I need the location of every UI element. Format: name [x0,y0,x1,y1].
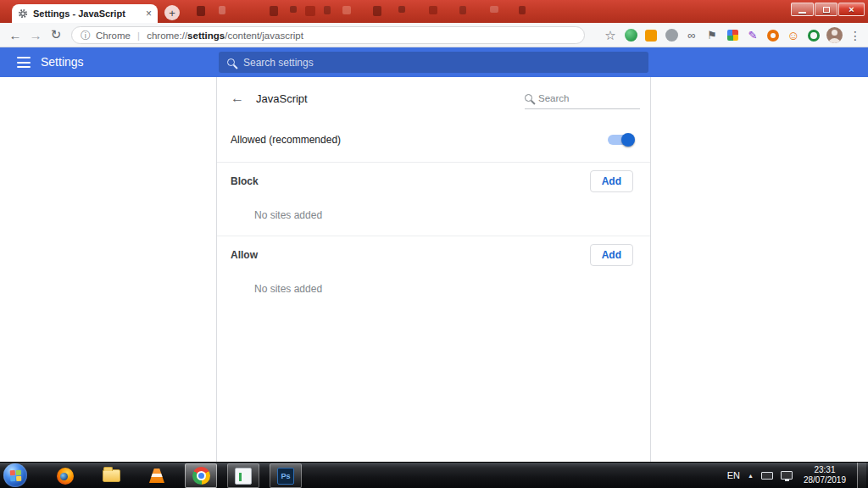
url-path: /content/javascript [225,30,303,41]
block-section-row: Block Add [217,163,650,200]
taskbar-explorer[interactable] [95,463,127,488]
allow-section-row: Allow Add [217,236,650,274]
tab-title: Settings - JavaScript [33,8,141,19]
minimize-button[interactable] [791,3,814,16]
tab-close-icon[interactable]: × [146,8,152,19]
page-info-icon[interactable]: ⓘ [81,30,91,41]
chart-app-icon [235,468,252,485]
taskbar-firefox[interactable] [49,463,81,488]
new-tab-button[interactable]: + [164,5,180,20]
donut-shape [767,30,779,42]
browser-toolbar: ← → ↻ ⓘ Chrome | chrome://settings/conte… [0,23,868,47]
bookmark-star-icon[interactable]: ☆ [603,28,618,43]
hamburger-line [17,62,31,64]
search-icon [227,58,235,66]
extension-color-grid-icon[interactable] [725,28,740,43]
clock[interactable]: 23:31 28/07/2019 [804,465,846,486]
allow-section-label: Allow [231,249,258,261]
taskbar-chart-app[interactable] [227,463,259,488]
allow-add-button[interactable]: Add [590,244,633,266]
gray-circle-shape [665,29,678,42]
extension-smiley-icon[interactable]: ☺ [786,28,801,43]
toggle-label: Allowed (recommended) [231,134,341,146]
site-search-input[interactable] [538,93,640,103]
window-controls: × [791,3,865,16]
photoshop-icon: Ps [277,468,294,485]
javascript-settings-card: ← JavaScript Allowed (recommended) Block… [216,77,651,462]
reload-icon[interactable]: ↻ [46,25,66,45]
firefox-icon [57,468,74,485]
settings-header: Settings [0,47,868,77]
close-button[interactable]: × [838,3,865,16]
settings-title: Settings [41,55,84,69]
wallpaper-artifact [305,6,315,16]
extension-donut-icon[interactable] [765,28,781,43]
url-separator: | [137,30,140,41]
settings-gear-icon [18,8,28,19]
minimize-icon [798,12,806,14]
forward-icon[interactable]: → [25,25,46,45]
green-ring-shape [808,30,820,42]
search-icon [525,94,532,102]
chart-bars [239,473,242,481]
browser-tab[interactable]: Settings - JavaScript × [12,4,158,23]
system-tray: EN ▲ 23:31 28/07/2019 [727,463,868,488]
globe-shape [625,29,637,42]
wallpaper-artifact [290,6,297,13]
page-title: JavaScript [256,92,525,105]
wallpaper-artifact [398,6,405,13]
taskbar-vlc[interactable] [141,463,173,488]
extension-globe-icon[interactable] [623,28,638,43]
taskbar-photoshop[interactable]: Ps [270,463,302,488]
taskbar-chrome[interactable] [185,463,217,488]
url-text: Chrome | chrome://settings/content/javas… [96,30,303,41]
start-button[interactable] [3,463,27,487]
hamburger-line [17,57,31,58]
wallpaper-artifact [197,6,205,16]
windows-logo-icon [9,469,21,481]
url-host: settings [187,30,225,41]
extension-flag-icon[interactable]: ⚑ [704,28,720,43]
folder-icon [103,469,120,482]
wallpaper-artifact [490,6,498,13]
show-desktop-button[interactable] [857,463,866,488]
clock-date: 28/07/2019 [804,475,846,486]
allow-empty-text: No sites added [217,274,650,304]
block-empty-text: No sites added [217,200,650,230]
network-tray-icon[interactable] [781,471,793,480]
profile-avatar[interactable] [826,27,843,43]
address-bar[interactable]: ⓘ Chrome | chrome://settings/content/jav… [71,26,585,44]
orange-square-shape [645,30,657,42]
url-scheme: chrome:// [147,30,187,41]
javascript-toggle[interactable] [608,135,633,145]
clock-time: 23:31 [814,465,835,476]
settings-search-input[interactable] [243,57,640,69]
hamburger-line [17,66,31,68]
wallpaper-artifact [459,6,466,14]
keyboard-tray-icon[interactable] [761,472,773,480]
card-header: ← JavaScript [217,77,650,119]
wallpaper-artifact [219,6,225,14]
back-icon[interactable]: ← [5,25,25,45]
restore-button[interactable] [815,3,837,16]
extension-orange-icon[interactable] [643,28,659,43]
browser-menu-icon[interactable]: ⋮ [848,28,863,43]
toggle-knob [621,133,635,147]
back-arrow-icon[interactable]: ← [231,91,251,106]
extension-pencil-icon[interactable]: ✎ [745,28,760,43]
hidden-icons-caret[interactable]: ▲ [748,473,754,479]
wallpaper-artifact [324,6,331,14]
language-indicator[interactable]: EN [727,470,740,480]
url-page-label: Chrome [96,30,131,41]
extension-green-ring-icon[interactable] [806,28,821,43]
wallpaper-artifact [429,6,437,14]
settings-search-box[interactable] [219,52,648,73]
extension-infinity-icon[interactable]: ∞ [684,28,699,43]
block-add-button[interactable]: Add [590,170,633,192]
restore-icon [823,7,830,13]
block-section-label: Block [231,175,259,187]
extension-gray-circle-icon[interactable] [664,28,679,43]
site-search-box[interactable] [525,87,640,109]
wallpaper-artifact [270,6,278,16]
hamburger-menu-icon[interactable] [17,57,31,68]
